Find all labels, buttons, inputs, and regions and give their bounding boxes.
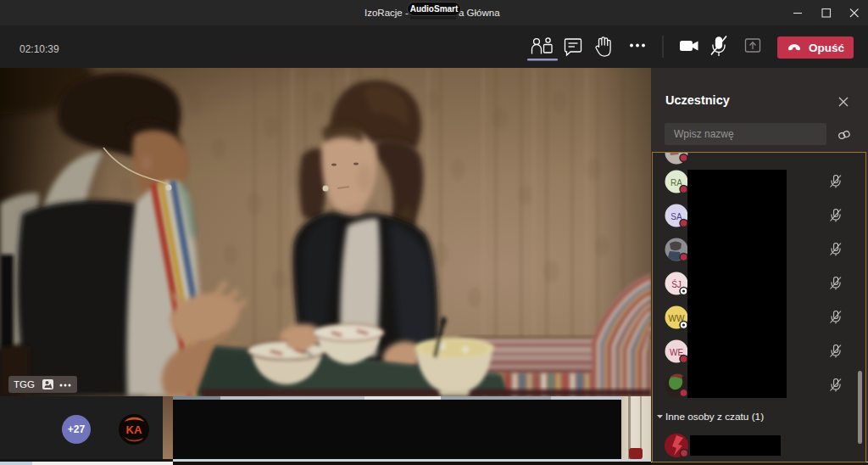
svg-text:SA: SA: [670, 212, 682, 221]
svg-text:RA: RA: [670, 178, 682, 188]
svg-text:KA: KA: [126, 423, 142, 436]
svg-text:ŚJ: ŚJ: [671, 279, 682, 289]
svg-text:Opuść: Opuść: [809, 42, 845, 54]
svg-text:Inne osoby z czatu (1): Inne osoby z czatu (1): [665, 411, 764, 423]
